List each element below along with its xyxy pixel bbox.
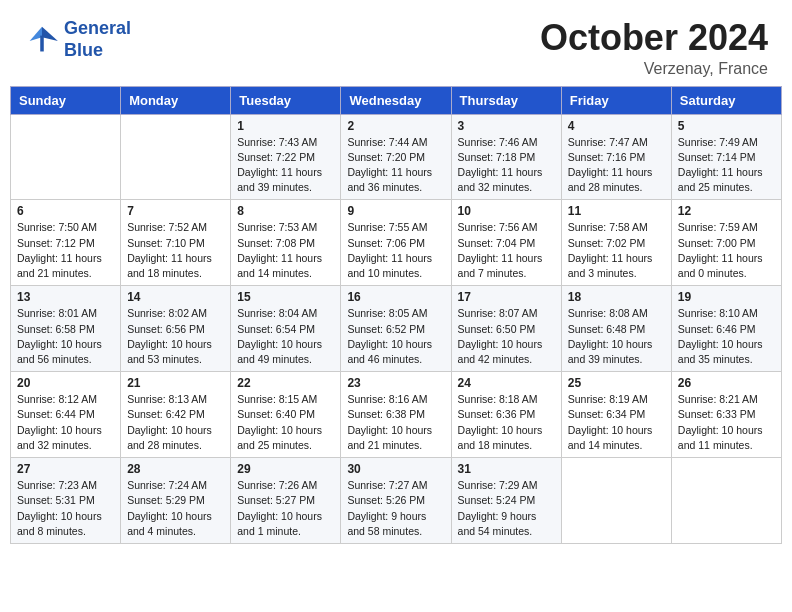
logo-text: General Blue [64, 18, 131, 61]
month-year-title: October 2024 [540, 18, 768, 58]
header-monday: Monday [121, 86, 231, 114]
header-wednesday: Wednesday [341, 86, 451, 114]
calendar-week-row: 6Sunrise: 7:50 AMSunset: 7:12 PMDaylight… [11, 200, 782, 286]
day-info: Sunrise: 7:55 AMSunset: 7:06 PMDaylight:… [347, 220, 444, 281]
day-info: Sunrise: 7:47 AMSunset: 7:16 PMDaylight:… [568, 135, 665, 196]
calendar-cell: 10Sunrise: 7:56 AMSunset: 7:04 PMDayligh… [451, 200, 561, 286]
calendar-cell: 30Sunrise: 7:27 AMSunset: 5:26 PMDayligh… [341, 458, 451, 544]
location-subtitle: Verzenay, France [540, 60, 768, 78]
day-number: 19 [678, 290, 775, 304]
day-info: Sunrise: 8:04 AMSunset: 6:54 PMDaylight:… [237, 306, 334, 367]
day-info: Sunrise: 8:02 AMSunset: 6:56 PMDaylight:… [127, 306, 224, 367]
calendar-cell: 17Sunrise: 8:07 AMSunset: 6:50 PMDayligh… [451, 286, 561, 372]
svg-marker-0 [42, 26, 58, 40]
day-number: 9 [347, 204, 444, 218]
calendar-table: Sunday Monday Tuesday Wednesday Thursday… [10, 86, 782, 544]
day-number: 29 [237, 462, 334, 476]
header-friday: Friday [561, 86, 671, 114]
calendar-cell: 24Sunrise: 8:18 AMSunset: 6:36 PMDayligh… [451, 372, 561, 458]
day-number: 1 [237, 119, 334, 133]
day-info: Sunrise: 7:46 AMSunset: 7:18 PMDaylight:… [458, 135, 555, 196]
day-number: 2 [347, 119, 444, 133]
day-number: 5 [678, 119, 775, 133]
day-number: 6 [17, 204, 114, 218]
calendar-cell: 28Sunrise: 7:24 AMSunset: 5:29 PMDayligh… [121, 458, 231, 544]
logo: General Blue [24, 18, 131, 61]
day-info: Sunrise: 7:26 AMSunset: 5:27 PMDaylight:… [237, 478, 334, 539]
header-tuesday: Tuesday [231, 86, 341, 114]
calendar-cell [561, 458, 671, 544]
calendar-cell: 11Sunrise: 7:58 AMSunset: 7:02 PMDayligh… [561, 200, 671, 286]
calendar-cell [671, 458, 781, 544]
day-info: Sunrise: 7:49 AMSunset: 7:14 PMDaylight:… [678, 135, 775, 196]
day-info: Sunrise: 7:59 AMSunset: 7:00 PMDaylight:… [678, 220, 775, 281]
calendar-cell: 2Sunrise: 7:44 AMSunset: 7:20 PMDaylight… [341, 114, 451, 200]
day-info: Sunrise: 7:23 AMSunset: 5:31 PMDaylight:… [17, 478, 114, 539]
day-info: Sunrise: 8:01 AMSunset: 6:58 PMDaylight:… [17, 306, 114, 367]
calendar-cell: 23Sunrise: 8:16 AMSunset: 6:38 PMDayligh… [341, 372, 451, 458]
calendar-container: Sunday Monday Tuesday Wednesday Thursday… [0, 86, 792, 558]
day-number: 21 [127, 376, 224, 390]
day-number: 15 [237, 290, 334, 304]
day-number: 20 [17, 376, 114, 390]
day-info: Sunrise: 7:50 AMSunset: 7:12 PMDaylight:… [17, 220, 114, 281]
day-info: Sunrise: 7:58 AMSunset: 7:02 PMDaylight:… [568, 220, 665, 281]
calendar-cell: 22Sunrise: 8:15 AMSunset: 6:40 PMDayligh… [231, 372, 341, 458]
day-number: 4 [568, 119, 665, 133]
logo-icon [24, 25, 60, 55]
calendar-cell: 29Sunrise: 7:26 AMSunset: 5:27 PMDayligh… [231, 458, 341, 544]
day-info: Sunrise: 8:16 AMSunset: 6:38 PMDaylight:… [347, 392, 444, 453]
day-number: 16 [347, 290, 444, 304]
calendar-cell: 13Sunrise: 8:01 AMSunset: 6:58 PMDayligh… [11, 286, 121, 372]
day-number: 10 [458, 204, 555, 218]
day-info: Sunrise: 8:19 AMSunset: 6:34 PMDaylight:… [568, 392, 665, 453]
day-info: Sunrise: 8:21 AMSunset: 6:33 PMDaylight:… [678, 392, 775, 453]
day-number: 18 [568, 290, 665, 304]
calendar-cell: 21Sunrise: 8:13 AMSunset: 6:42 PMDayligh… [121, 372, 231, 458]
calendar-cell: 6Sunrise: 7:50 AMSunset: 7:12 PMDaylight… [11, 200, 121, 286]
day-info: Sunrise: 7:52 AMSunset: 7:10 PMDaylight:… [127, 220, 224, 281]
day-number: 17 [458, 290, 555, 304]
calendar-cell: 25Sunrise: 8:19 AMSunset: 6:34 PMDayligh… [561, 372, 671, 458]
header-saturday: Saturday [671, 86, 781, 114]
day-number: 12 [678, 204, 775, 218]
day-info: Sunrise: 7:43 AMSunset: 7:22 PMDaylight:… [237, 135, 334, 196]
calendar-cell: 31Sunrise: 7:29 AMSunset: 5:24 PMDayligh… [451, 458, 561, 544]
calendar-cell: 16Sunrise: 8:05 AMSunset: 6:52 PMDayligh… [341, 286, 451, 372]
calendar-cell: 19Sunrise: 8:10 AMSunset: 6:46 PMDayligh… [671, 286, 781, 372]
title-block: October 2024 Verzenay, France [540, 18, 768, 78]
calendar-cell: 14Sunrise: 8:02 AMSunset: 6:56 PMDayligh… [121, 286, 231, 372]
header-thursday: Thursday [451, 86, 561, 114]
day-number: 26 [678, 376, 775, 390]
day-info: Sunrise: 7:29 AMSunset: 5:24 PMDaylight:… [458, 478, 555, 539]
header-sunday: Sunday [11, 86, 121, 114]
day-info: Sunrise: 7:56 AMSunset: 7:04 PMDaylight:… [458, 220, 555, 281]
day-info: Sunrise: 8:05 AMSunset: 6:52 PMDaylight:… [347, 306, 444, 367]
day-info: Sunrise: 7:53 AMSunset: 7:08 PMDaylight:… [237, 220, 334, 281]
day-info: Sunrise: 8:13 AMSunset: 6:42 PMDaylight:… [127, 392, 224, 453]
day-number: 3 [458, 119, 555, 133]
day-number: 22 [237, 376, 334, 390]
day-number: 14 [127, 290, 224, 304]
calendar-cell: 20Sunrise: 8:12 AMSunset: 6:44 PMDayligh… [11, 372, 121, 458]
day-number: 31 [458, 462, 555, 476]
calendar-cell: 1Sunrise: 7:43 AMSunset: 7:22 PMDaylight… [231, 114, 341, 200]
day-info: Sunrise: 8:08 AMSunset: 6:48 PMDaylight:… [568, 306, 665, 367]
svg-marker-1 [30, 26, 42, 40]
day-number: 11 [568, 204, 665, 218]
day-number: 30 [347, 462, 444, 476]
calendar-week-row: 1Sunrise: 7:43 AMSunset: 7:22 PMDaylight… [11, 114, 782, 200]
day-info: Sunrise: 8:10 AMSunset: 6:46 PMDaylight:… [678, 306, 775, 367]
svg-rect-2 [40, 35, 44, 51]
day-info: Sunrise: 7:24 AMSunset: 5:29 PMDaylight:… [127, 478, 224, 539]
calendar-cell: 15Sunrise: 8:04 AMSunset: 6:54 PMDayligh… [231, 286, 341, 372]
calendar-cell [121, 114, 231, 200]
day-number: 27 [17, 462, 114, 476]
day-info: Sunrise: 8:07 AMSunset: 6:50 PMDaylight:… [458, 306, 555, 367]
day-info: Sunrise: 8:12 AMSunset: 6:44 PMDaylight:… [17, 392, 114, 453]
calendar-week-row: 27Sunrise: 7:23 AMSunset: 5:31 PMDayligh… [11, 458, 782, 544]
calendar-header-row: Sunday Monday Tuesday Wednesday Thursday… [11, 86, 782, 114]
calendar-cell: 3Sunrise: 7:46 AMSunset: 7:18 PMDaylight… [451, 114, 561, 200]
day-info: Sunrise: 8:15 AMSunset: 6:40 PMDaylight:… [237, 392, 334, 453]
calendar-cell: 26Sunrise: 8:21 AMSunset: 6:33 PMDayligh… [671, 372, 781, 458]
